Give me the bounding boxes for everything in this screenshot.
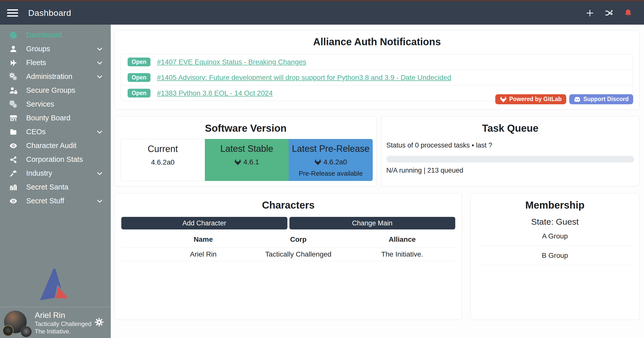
- add-character-button[interactable]: Add Character: [121, 217, 287, 229]
- sidebar-item-corporation-stats[interactable]: Corporation Stats: [0, 153, 111, 166]
- list-item: Open #1405 Advisory: Future development …: [121, 70, 633, 85]
- chevron-down-icon: [96, 198, 103, 205]
- membership-state: State: Guest: [478, 217, 632, 227]
- sidebar-item-industry[interactable]: Industry: [0, 166, 111, 180]
- version-current: Current 4.6.2a0: [121, 139, 205, 181]
- sidebar-item-dashboard[interactable]: Dashboard: [0, 28, 111, 42]
- version-latest-stable: Latest Stable 4.6.1: [205, 139, 289, 181]
- table-row: Ariel Rin Tactically Challenged The Init…: [121, 248, 455, 261]
- notifications-title: Alliance Auth Notifications: [121, 30, 633, 47]
- chevron-down-icon: [96, 59, 103, 66]
- task-status-text: Status of 0 processed tasks • last ?: [386, 141, 634, 149]
- chevron-down-icon: [96, 128, 103, 135]
- gifts-icon: [8, 183, 19, 191]
- top-navbar: Dashboard: [0, 1, 644, 25]
- sidebar-item-secure-groups[interactable]: Secure Groups: [0, 83, 111, 97]
- notifications-panel: Alliance Auth Notifications Open #1407 E…: [115, 30, 639, 110]
- membership-panel: Membership State: Guest A Group B Group: [470, 193, 639, 320]
- chevron-down-icon: [96, 170, 103, 177]
- alliance-logo: [21, 326, 32, 337]
- jet-icon: [8, 59, 19, 67]
- software-version-panel: Software Version Current 4.6.2a0 Latest …: [115, 116, 377, 186]
- version-latest-prerelease: Latest Pre-Release 4.6.2a0 Pre-Release a…: [289, 139, 373, 181]
- notifications-list: Open #1407 EVE Equinox Status - Breaking…: [121, 54, 633, 101]
- alliance-auth-logo: [0, 267, 111, 301]
- status-badge: Open: [128, 73, 150, 82]
- user-name: Ariel Rin: [35, 310, 91, 320]
- sidebar-nav: Dashboard Groups Fleets Administration S…: [0, 28, 111, 208]
- sidebar-item-services[interactable]: Services: [0, 97, 111, 111]
- status-badge: Open: [128, 58, 150, 66]
- sidebar: Dashboard Groups Fleets Administration S…: [0, 25, 111, 338]
- notification-link[interactable]: #1407 EVE Equinox Status - Breaking Chan…: [157, 58, 306, 66]
- store-icon: [8, 114, 19, 122]
- sidebar-item-secret-santa[interactable]: Secret Santa: [0, 180, 111, 194]
- notifications-bell-icon[interactable]: [624, 9, 632, 17]
- powered-by-gitlab-badge[interactable]: Powered by GitLab: [495, 94, 566, 104]
- change-main-button[interactable]: Change Main: [289, 217, 456, 229]
- column-header-name: Name: [159, 235, 247, 244]
- notification-link[interactable]: #1405 Advisory: Future development will …: [157, 74, 451, 82]
- status-badge: Open: [128, 89, 150, 98]
- eye-icon: [8, 197, 19, 205]
- settings-gear-icon[interactable]: [95, 318, 104, 328]
- membership-title: Membership: [478, 194, 632, 211]
- gitlab-tanuki-icon: [234, 159, 241, 166]
- eye-icon: [8, 142, 19, 150]
- task-queue-counts: N/A running | 213 queued: [386, 167, 634, 174]
- character-name: Ariel Rin: [159, 250, 247, 258]
- corp-logo: [3, 325, 14, 336]
- characters-title: Characters: [121, 194, 455, 211]
- gauge-icon: [8, 31, 19, 39]
- main-content: Alliance Auth Notifications Open #1407 E…: [111, 25, 644, 338]
- prerelease-note: Pre-Release available: [289, 170, 373, 177]
- support-discord-badge[interactable]: Support Discord: [569, 94, 633, 104]
- user-corporation: Tactically Challenged: [35, 320, 91, 328]
- menu-toggle-icon[interactable]: [7, 9, 18, 17]
- add-icon[interactable]: [586, 9, 594, 17]
- software-version-title: Software Version: [115, 117, 377, 134]
- list-item: Open #1407 EVE Equinox Status - Breaking…: [121, 54, 633, 70]
- cogs-icon: [8, 73, 19, 81]
- characters-panel: Characters Add Character Change Main Nam…: [115, 193, 462, 320]
- characters-table: Name Corp Alliance Ariel Rin Tactically …: [121, 230, 455, 261]
- user-icon: [8, 45, 19, 53]
- character-corp: Tactically Challenged: [247, 250, 349, 258]
- discord-icon: [574, 96, 581, 103]
- sidebar-item-bounty-board[interactable]: Bounty Board: [0, 111, 111, 125]
- character-alliance: The Initiative.: [349, 250, 455, 258]
- group-item: A Group: [478, 227, 632, 246]
- page-title: Dashboard: [28, 8, 71, 18]
- hammer-icon: [8, 169, 19, 177]
- notification-link[interactable]: #1383 Python 3.8 EOL - 14 Oct 2024: [157, 89, 273, 97]
- task-progress-bar: [386, 156, 634, 163]
- sidebar-item-character-audit[interactable]: Character Audit: [0, 139, 111, 153]
- folder-icon: [8, 128, 19, 136]
- user-panel: Ariel Rin Tactically Challenged The Init…: [0, 307, 111, 338]
- user-lock-icon: [8, 86, 19, 94]
- share-icon: [8, 156, 19, 164]
- cogs-icon: [8, 100, 19, 108]
- chevron-down-icon: [96, 73, 103, 80]
- sidebar-item-secret-stuff[interactable]: Secret Stuff: [0, 194, 111, 208]
- sidebar-item-groups[interactable]: Groups: [0, 42, 111, 56]
- task-queue-title: Task Queue: [386, 117, 634, 134]
- chevron-down-icon: [96, 45, 103, 53]
- sidebar-item-administration[interactable]: Administration: [0, 70, 111, 83]
- column-header-alliance: Alliance: [349, 235, 455, 244]
- sidebar-item-ceos[interactable]: CEOs: [0, 125, 111, 139]
- task-queue-panel: Task Queue Status of 0 processed tasks •…: [381, 116, 639, 186]
- gitlab-tanuki-icon: [500, 96, 507, 103]
- column-header-corp: Corp: [247, 235, 349, 244]
- group-item: B Group: [478, 246, 632, 265]
- sidebar-item-fleets[interactable]: Fleets: [0, 56, 111, 70]
- shuffle-icon[interactable]: [605, 9, 613, 17]
- gitlab-tanuki-icon: [314, 159, 321, 166]
- user-alliance: The Initiative.: [35, 328, 91, 335]
